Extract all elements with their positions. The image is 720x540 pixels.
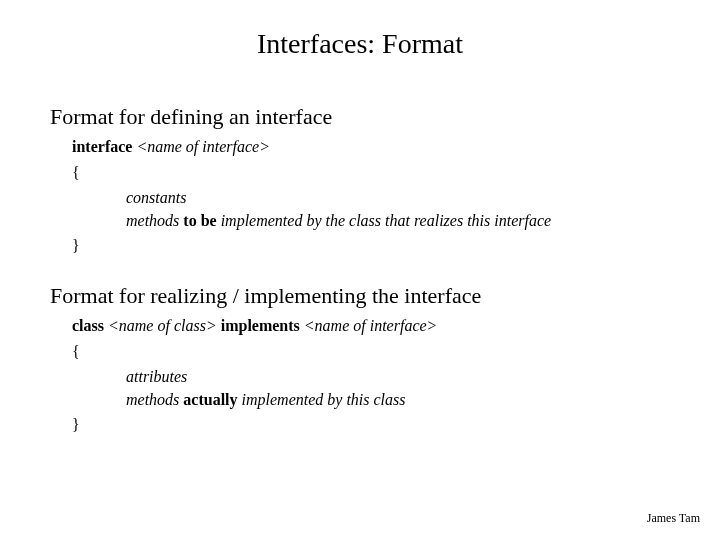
text-methods-pre-2: methods: [126, 391, 183, 408]
text-actually-bold: actually: [183, 391, 237, 408]
section-implementing: Format for realizing / implementing the …: [50, 283, 670, 436]
class-body: attributes methods actually implemented …: [72, 366, 670, 410]
footer-author: James Tam: [647, 511, 700, 526]
text-methods-post: implemented by the class that realizes t…: [217, 212, 551, 229]
line-methods-tobe: methods to be implemented by the class t…: [126, 210, 670, 232]
section-defining: Format for defining an interface interfa…: [50, 104, 670, 257]
keyword-implements: implements: [217, 317, 304, 334]
param-interface-name: <name of interface>: [136, 138, 270, 155]
open-brace-2: {: [72, 341, 670, 363]
line-methods-actually: methods actually implemented by this cla…: [126, 389, 670, 411]
param-interface-name-2: <name of interface>: [304, 317, 438, 334]
param-class-name: <name of class>: [108, 317, 217, 334]
code-block-defining: interface <name of interface> { constant…: [50, 136, 670, 257]
section-heading-implementing: Format for realizing / implementing the …: [50, 283, 670, 309]
close-brace: }: [72, 235, 670, 257]
keyword-interface: interface: [72, 138, 136, 155]
slide-title: Interfaces: Format: [50, 28, 670, 60]
close-brace-2: }: [72, 414, 670, 436]
text-tobe-bold: to be: [183, 212, 216, 229]
keyword-class: class: [72, 317, 108, 334]
text-methods-post-2: implemented by this class: [238, 391, 406, 408]
section-heading-defining: Format for defining an interface: [50, 104, 670, 130]
code-block-implementing: class <name of class> implements <name o…: [50, 315, 670, 436]
text-methods-pre: methods: [126, 212, 183, 229]
line-attributes: attributes: [126, 366, 670, 388]
line-constants: constants: [126, 187, 670, 209]
class-signature: class <name of class> implements <name o…: [72, 315, 670, 337]
interface-body: constants methods to be implemented by t…: [72, 187, 670, 231]
open-brace: {: [72, 162, 670, 184]
interface-signature: interface <name of interface>: [72, 136, 670, 158]
slide: Interfaces: Format Format for defining a…: [0, 0, 720, 540]
